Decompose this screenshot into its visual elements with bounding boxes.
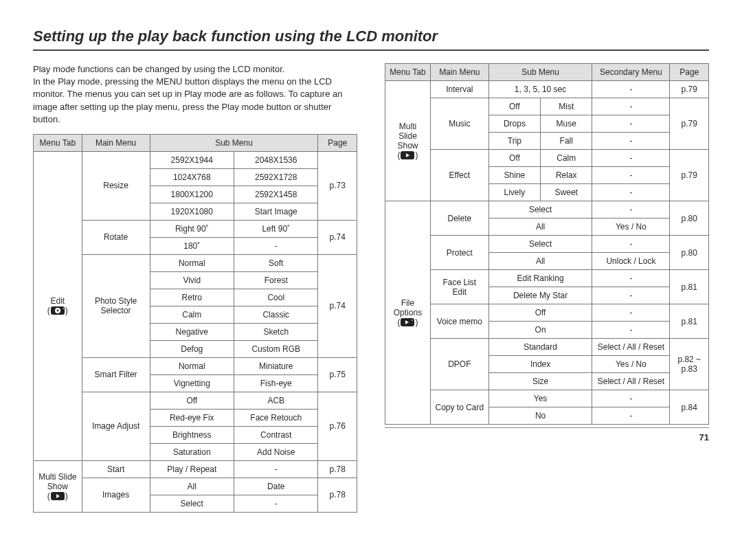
t2-h-page: Page: [670, 64, 709, 81]
menu-table-right: Menu Tab Main Menu Sub Menu Secondary Me…: [385, 63, 709, 425]
slide-icon: [400, 150, 415, 160]
t2-h-secondary: Secondary Menu: [592, 64, 670, 81]
t2-delete: Delete: [430, 201, 488, 236]
intro-line-2: In the Play mode, pressing the MENU butt…: [33, 76, 342, 124]
t1-h-main: Main Menu: [82, 134, 150, 151]
t1-photostyle: Photo Style Selector: [82, 254, 150, 357]
file-gear-icon: [400, 317, 415, 327]
tab-slide-right: Multi Slide Show ( ): [385, 81, 431, 201]
page-number: 71: [385, 432, 709, 443]
left-column: Play mode functions can be changed by us…: [33, 63, 357, 513]
tab-edit: Edit ( ): [34, 151, 82, 460]
t2-h-main: Main Menu: [430, 64, 488, 81]
slide-icon: [50, 491, 65, 501]
t2-interval: Interval: [430, 81, 488, 98]
intro-line-1: Play mode functions can be changed by us…: [33, 64, 284, 74]
tab-file: File Options ( ): [385, 201, 431, 425]
t2-facelist: Face List Edit: [430, 270, 488, 304]
t1-h-sub: Sub Menu: [150, 134, 318, 151]
t1-imageadjust: Image Adjust: [82, 392, 150, 460]
title-divider: [33, 49, 709, 51]
edit-gear-icon: [50, 306, 65, 315]
t1-rotate: Rotate: [82, 220, 150, 254]
t2-dpof: DPOF: [430, 339, 488, 390]
t1-resize: Resize: [82, 151, 150, 220]
intro-text: Play mode functions can be changed by us…: [33, 63, 357, 126]
svg-point-2: [56, 310, 58, 312]
right-column: Menu Tab Main Menu Sub Menu Secondary Me…: [385, 63, 709, 513]
t2-copy: Copy to Card: [430, 390, 488, 425]
t1-smartfilter: Smart Filter: [82, 357, 150, 392]
t1-h-menutab: Menu Tab: [34, 134, 82, 151]
t1-h-page: Page: [318, 134, 357, 151]
t1-start: Start: [82, 460, 150, 478]
tab-slide-left: Multi Slide Show ( ): [34, 460, 82, 512]
t1-images: Images: [82, 478, 150, 512]
t2-h-sub: Sub Menu: [488, 64, 592, 81]
t2-effect: Effect: [430, 150, 488, 201]
t2-music: Music: [430, 98, 488, 150]
t2-voicememo: Voice memo: [430, 304, 488, 339]
t1-resize-page: p.73: [318, 151, 357, 220]
content-columns: Play mode functions can be changed by us…: [33, 63, 709, 513]
t2-h-tab: Menu Tab: [385, 64, 431, 81]
page-title: Setting up the play back function using …: [33, 27, 709, 45]
t2-protect: Protect: [430, 236, 488, 270]
menu-table-left: Menu Tab Main Menu Sub Menu Page Edit ( …: [33, 134, 357, 513]
footer-divider: [385, 427, 709, 428]
